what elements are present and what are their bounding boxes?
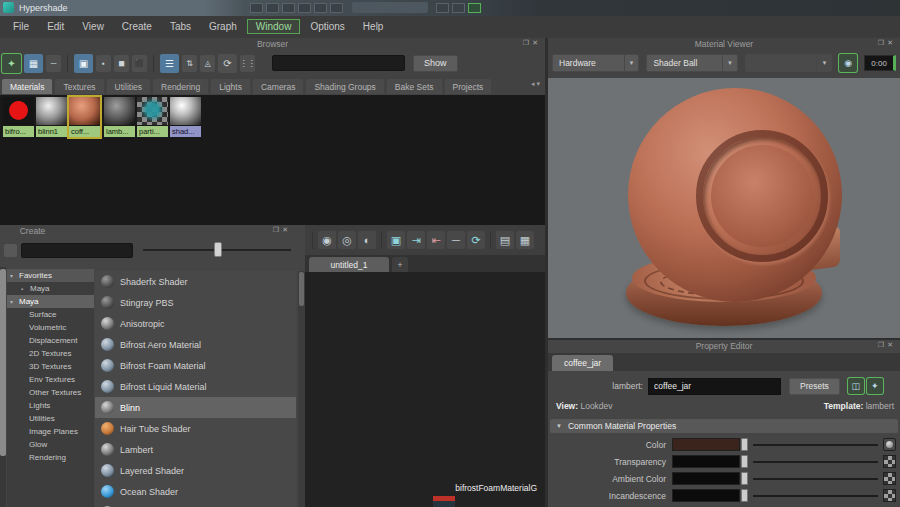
panel-float-icon[interactable]: ❐ — [878, 39, 887, 46]
grid-layout-icon[interactable]: ▣ — [74, 54, 93, 73]
node-type-item[interactable]: Layered Shader — [95, 460, 296, 481]
titlebar-icon[interactable] — [436, 3, 449, 13]
node-type-item[interactable]: Lambert — [95, 439, 296, 460]
tree-item-displacement[interactable]: Displacement — [7, 334, 94, 347]
layout-grid-icon[interactable]: ▦ — [516, 231, 534, 249]
remove-node-icon[interactable]: ⇤ — [427, 231, 445, 249]
slider-handle[interactable] — [214, 242, 222, 257]
tree-item-maya-favorite[interactable]: ▪Maya — [7, 282, 94, 295]
add-upstream-icon[interactable]: ⇥ — [407, 231, 425, 249]
tree-item-rendering[interactable]: Rendering — [7, 451, 94, 464]
create-search-input[interactable] — [21, 243, 133, 258]
material-tab-coffee-jar[interactable]: coffee_jar — [552, 355, 613, 371]
slider-track[interactable] — [753, 444, 878, 446]
tree-item-image-planes[interactable]: Image Planes — [7, 425, 94, 438]
slider-track[interactable] — [753, 495, 878, 497]
add-tab-button[interactable]: + — [392, 257, 408, 272]
node-name-input[interactable] — [648, 378, 781, 395]
node-type-item[interactable]: Bifrost Liquid Material — [95, 376, 296, 397]
material-swatch[interactable]: shad... — [170, 97, 201, 137]
geometry-dropdown[interactable]: Shader Ball▼ — [646, 54, 737, 72]
swatch-view-icon[interactable]: ▦ — [24, 54, 43, 73]
map-connected-icon[interactable] — [883, 438, 896, 451]
small-swatch-icon[interactable]: ▪ — [96, 55, 111, 72]
slider-track[interactable] — [753, 461, 878, 463]
tab-lights[interactable]: Lights — [211, 79, 250, 94]
color-swatch[interactable] — [672, 472, 740, 485]
titlebar-icon[interactable] — [314, 3, 327, 13]
view-label[interactable]: View: — [556, 401, 578, 411]
layout-rows-icon[interactable]: ▤ — [496, 231, 514, 249]
swatch-size-slider[interactable] — [143, 242, 291, 258]
tree-item-utilities[interactable]: Utilities — [7, 412, 94, 425]
view-value[interactable]: Lookdev — [580, 401, 612, 411]
node-type-item[interactable]: Phong — [95, 502, 296, 507]
create-tree-scrollbar[interactable] — [0, 267, 6, 507]
graph-materials-icon[interactable]: ▣ — [387, 231, 405, 249]
expander-icon[interactable]: ▾ — [10, 298, 19, 305]
panel-float-icon[interactable]: ❐ — [273, 226, 282, 233]
menu-create[interactable]: Create — [113, 19, 161, 34]
slider-handle[interactable] — [741, 472, 748, 485]
tab-utilities[interactable]: Utilities — [107, 79, 150, 94]
options-dots-icon[interactable]: ⋮⋮ — [240, 55, 255, 72]
tree-item-volumetric[interactable]: Volumetric — [7, 321, 94, 334]
tab-cameras[interactable]: Cameras — [253, 79, 303, 94]
material-swatch[interactable]: bifro... — [3, 97, 34, 137]
slider-handle[interactable] — [741, 438, 748, 451]
tree-item-3d-textures[interactable]: 3D Textures — [7, 360, 94, 373]
refresh-swatches-icon[interactable]: ⟳ — [218, 54, 237, 73]
color-swatch[interactable] — [672, 455, 740, 468]
titlebar-icon[interactable] — [266, 3, 279, 13]
rearrange-graph-icon[interactable]: ⟳ — [467, 231, 485, 249]
tab-rendering[interactable]: Rendering — [153, 79, 208, 94]
environment-dropdown[interactable]: ▼ — [745, 54, 832, 72]
tab-bake-sets[interactable]: Bake Sets — [387, 79, 442, 94]
large-swatch-icon[interactable]: ⬛ — [132, 55, 147, 72]
slider-track[interactable] — [753, 478, 878, 480]
node-type-item[interactable]: Ocean Shader — [95, 481, 296, 502]
common-material-properties-section[interactable]: ▼ Common Material Properties — [550, 419, 898, 433]
tree-item-maya[interactable]: ▾Maya — [7, 295, 94, 308]
menu-edit[interactable]: Edit — [38, 19, 73, 34]
menu-graph[interactable]: Graph — [200, 19, 246, 34]
menu-help[interactable]: Help — [354, 19, 393, 34]
titlebar-icon[interactable] — [330, 3, 343, 13]
material-viewer-viewport[interactable] — [548, 78, 900, 338]
node-list-scrollbar[interactable] — [298, 271, 305, 507]
color-swatch[interactable] — [672, 438, 740, 451]
tab-textures[interactable]: Textures — [55, 79, 103, 94]
panel-close-icon[interactable]: ✕ — [532, 39, 541, 46]
tree-item-2d-textures[interactable]: 2D Textures — [7, 347, 94, 360]
panel-float-icon[interactable]: ❐ — [878, 341, 887, 348]
tree-item-favorites[interactable]: ▾Favorites — [7, 269, 94, 282]
show-in-lookdev-icon[interactable]: ✦ — [867, 378, 883, 394]
node-type-item[interactable]: Shaderfx Shader — [95, 271, 296, 292]
toggle-create-panel-icon[interactable]: ✦ — [2, 54, 21, 73]
panel-close-icon[interactable]: ✕ — [282, 226, 291, 233]
map-texture-icon[interactable] — [883, 489, 896, 502]
tree-item-lights[interactable]: Lights — [7, 399, 94, 412]
material-swatch[interactable]: lamb... — [104, 97, 135, 137]
material-swatch[interactable]: blinn1 — [36, 97, 67, 137]
sort-icon[interactable]: ⇅ — [182, 55, 197, 72]
tree-item-glow[interactable]: Glow — [7, 438, 94, 451]
renderer-dropdown[interactable]: Hardware▼ — [552, 54, 639, 72]
node-type-item[interactable]: Stingray PBS — [95, 292, 296, 313]
slider-handle[interactable] — [741, 489, 748, 502]
tab-shading-groups[interactable]: Shading Groups — [306, 79, 383, 94]
input-output-connections-icon[interactable]: ◎ — [338, 231, 356, 249]
show-button[interactable]: Show — [413, 55, 458, 72]
tree-item-other-textures[interactable]: Other Textures — [7, 386, 94, 399]
tree-item-surface[interactable]: Surface — [7, 308, 94, 321]
panel-close-icon[interactable]: ✕ — [887, 39, 896, 46]
workspace-tab[interactable]: untitled_1 — [309, 257, 389, 272]
expander-icon[interactable]: ▾ — [10, 272, 19, 279]
show-in-attribute-editor-icon[interactable]: ◫ — [848, 378, 864, 394]
tree-item-env-textures[interactable]: Env Textures — [7, 373, 94, 386]
map-texture-icon[interactable] — [883, 455, 896, 468]
list-view-icon[interactable]: ☰ — [160, 54, 179, 73]
material-swatch-selected[interactable]: coff... — [69, 97, 100, 137]
section-collapse-icon[interactable]: ▼ — [556, 423, 562, 429]
node-type-item[interactable]: Hair Tube Shader — [95, 418, 296, 439]
